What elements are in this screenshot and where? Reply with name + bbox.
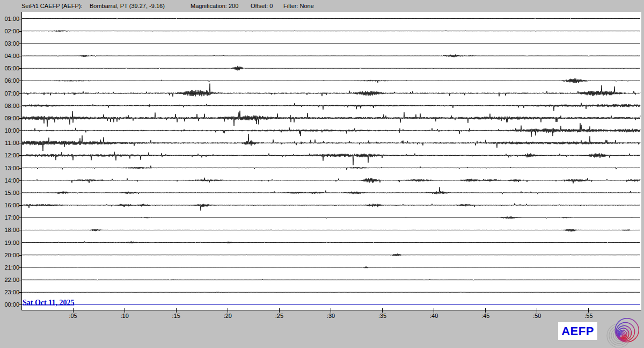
hour-label: 01:00 (1, 16, 19, 22)
hour-label: 19:00 (1, 240, 19, 246)
minute-tick-label: :15 (165, 313, 187, 319)
minute-tick-label: :20 (217, 313, 238, 319)
hour-tick-mark (19, 193, 21, 193)
hour-tick-mark (19, 130, 21, 131)
hour-label: 12:00 (1, 152, 19, 158)
hour-label: 08:00 (1, 103, 19, 109)
hour-tick-mark (19, 143, 21, 143)
hour-label: 07:00 (1, 90, 19, 97)
minute-tick-mark (382, 308, 383, 313)
aefp-logo-text: AEFP (561, 324, 594, 338)
minute-tick-label: :25 (268, 313, 290, 319)
hour-tick-mark (19, 19, 21, 19)
minute-tick-label: :55 (578, 313, 599, 319)
minute-tick-label: :45 (475, 313, 496, 319)
seismogram-plot-area (21, 12, 641, 310)
current-date-label: Sat Oct 11, 2025 (23, 299, 74, 307)
minute-tick-mark (73, 308, 74, 313)
hour-label: 21:00 (1, 264, 19, 271)
hour-label: 05:00 (1, 65, 19, 71)
hour-label: 18:00 (1, 227, 19, 233)
trace-row-1500 (22, 187, 640, 194)
hour-tick-mark (19, 168, 21, 169)
hour-label: 09:00 (1, 115, 19, 121)
hour-tick-mark (19, 180, 21, 181)
hour-tick-mark (19, 81, 21, 81)
trace-row-0500 (22, 66, 640, 71)
trace-row-2300 (22, 292, 640, 293)
minute-tick-label: :40 (423, 313, 445, 319)
trace-row-1100 (22, 134, 640, 151)
hour-tick-mark (19, 230, 21, 230)
minute-tick-mark (434, 308, 434, 313)
filter-value: Filter: None (283, 3, 314, 9)
helicorder-app-window: SeiPi1 CAEFP (AEFP): Bombarral, PT (39.2… (0, 0, 644, 348)
hour-label: 02:00 (1, 28, 19, 34)
minute-tick-mark (125, 308, 125, 313)
minute-tick-mark (537, 308, 537, 313)
hour-label: 10:00 (1, 127, 19, 134)
minute-tick-mark (176, 308, 177, 313)
trace-row-0200 (22, 31, 640, 32)
station-location: Bombarral, PT (39.27, -9.16) (90, 3, 165, 9)
hour-label: 13:00 (1, 165, 19, 171)
trace-row-0000 (22, 305, 640, 305)
minute-tick-label: :05 (62, 313, 84, 319)
trace-row-1900 (22, 241, 640, 243)
hour-tick-mark (19, 280, 21, 280)
hour-tick-mark (19, 243, 21, 243)
hour-tick-mark (19, 305, 21, 305)
hour-tick-mark (19, 68, 21, 69)
trace-row-0400 (22, 54, 640, 57)
offset-value: Offset: 0 (251, 3, 273, 9)
trace-row-1200 (22, 152, 640, 165)
hour-label: 15:00 (1, 190, 19, 196)
hour-tick-mark (19, 118, 21, 119)
hour-tick-mark (19, 255, 21, 256)
seismic-traces (22, 12, 642, 310)
hour-tick-mark (19, 218, 21, 218)
aefp-logo-badge: AEFP (558, 322, 597, 340)
minute-tick-label: :50 (526, 313, 548, 319)
hour-tick-mark (19, 155, 21, 156)
trace-row-1800 (22, 229, 640, 231)
hour-tick-mark (19, 106, 21, 106)
hour-tick-mark (19, 44, 21, 44)
trace-row-2000 (22, 253, 640, 256)
trace-row-0600 (22, 78, 640, 83)
hour-label: 23:00 (1, 289, 19, 295)
hour-label: 04:00 (1, 53, 19, 59)
trace-row-0300 (22, 43, 640, 44)
hour-tick-mark (19, 93, 21, 94)
trace-row-1000 (22, 123, 640, 136)
trace-row-0700 (22, 84, 640, 97)
trace-row-1700 (22, 216, 640, 219)
minute-tick-mark (485, 308, 486, 313)
trace-row-2200 (22, 279, 640, 280)
hour-label: 20:00 (1, 252, 19, 258)
hour-tick-mark (19, 31, 21, 32)
magnification-value: Magnification: 200 (191, 3, 238, 9)
minute-tick-label: :35 (372, 313, 393, 319)
hour-label: 14:00 (1, 177, 19, 184)
seismic-spiral-icon (604, 317, 642, 347)
hour-tick-mark (19, 292, 21, 293)
hour-label: 22:00 (1, 277, 19, 283)
minute-tick-mark (331, 308, 331, 313)
trace-row-0100 (22, 18, 640, 19)
hour-tick-mark (19, 267, 21, 268)
trace-row-1300 (22, 166, 640, 170)
minute-tick-label: :30 (320, 313, 342, 319)
trace-row-2100 (22, 266, 640, 268)
trace-row-0800 (22, 103, 640, 111)
trace-row-1600 (22, 204, 640, 211)
hour-label: 03:00 (1, 40, 19, 47)
trace-row-0900 (22, 111, 640, 127)
trace-row-1400 (22, 178, 640, 184)
hour-tick-mark (19, 205, 21, 206)
minute-tick-mark (228, 308, 228, 313)
minute-tick-mark (279, 308, 280, 313)
hour-label: 16:00 (1, 202, 19, 208)
hour-label: 00:00 (1, 301, 19, 308)
hour-label: 17:00 (1, 214, 19, 221)
